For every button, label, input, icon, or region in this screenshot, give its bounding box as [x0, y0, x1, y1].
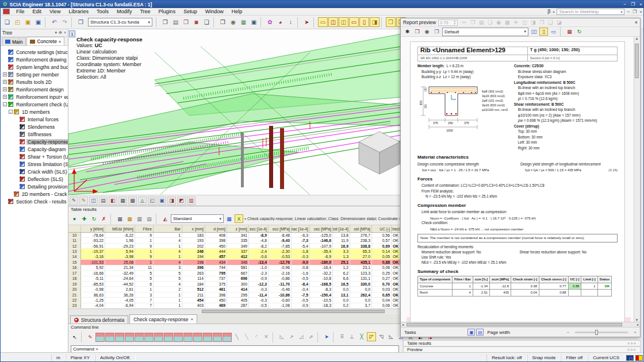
- status-plane-xy[interactable]: Plane XY: [66, 355, 95, 361]
- report-settings-icon[interactable]: ✱: [403, 28, 412, 36]
- tab-close-icon[interactable]: ×: [191, 317, 194, 322]
- table-columns-icon[interactable]: ▥: [135, 214, 144, 223]
- sidebar-item-deflection-sls[interactable]: Deflection (SLS): [1, 175, 68, 183]
- column-header-bar[interactable]: Bar: [154, 225, 182, 232]
- redo-icon[interactable]: ↷: [60, 17, 70, 27]
- tree-indent[interactable]: [14, 177, 18, 181]
- menu-plugins[interactable]: Plugins: [155, 9, 180, 14]
- save-icon[interactable]: ▣: [23, 17, 33, 27]
- outline-view-icon[interactable]: ▭: [549, 28, 558, 36]
- tree-indent[interactable]: [14, 155, 18, 159]
- language-flag-icon[interactable]: [635, 355, 643, 361]
- project-selector-combo[interactable]: Structura C1.3-cu funda ▾: [88, 18, 152, 26]
- menu-tree[interactable]: Tree: [136, 9, 154, 14]
- expand-more-icon[interactable]: >>>: [627, 341, 637, 346]
- tree-expand-icon[interactable]: -: [9, 110, 13, 114]
- snap-delete-icon[interactable]: ✕: [262, 332, 271, 341]
- tree-indent[interactable]: [14, 162, 18, 166]
- fit-page-icon[interactable]: ▣: [467, 329, 475, 336]
- report-hscrollbar[interactable]: ◂▸: [401, 322, 640, 327]
- two-pages-icon[interactable]: ▯▯: [530, 28, 538, 36]
- fit-width-icon[interactable]: ▤: [476, 329, 484, 336]
- tree-indent[interactable]: [14, 170, 18, 174]
- tree-expand-icon[interactable]: +: [3, 72, 7, 76]
- result-grid-icon-3[interactable]: [115, 333, 124, 342]
- table-row[interactable]: 12-56,91-29,2391202450349-8,2-7,85-5,4-1…: [68, 244, 401, 249]
- table-row[interactable]: 22-1,25-4,0571454450405-0,3-0,60-0,5-10,…: [68, 298, 401, 303]
- result-grid-icon-4[interactable]: [125, 333, 134, 342]
- tree-indent[interactable]: [14, 125, 18, 129]
- zoom-slider[interactable]: [575, 332, 628, 333]
- printer-icon[interactable]: ❒: [218, 17, 228, 27]
- webhelp-search-input[interactable]: Search in WebHelp ▾: [557, 9, 624, 15]
- status-activity-on-off[interactable]: Activity On/Off.: [95, 355, 136, 361]
- refresh-report-icon[interactable]: ↻: [575, 28, 584, 36]
- tree-indent[interactable]: [3, 57, 7, 61]
- grid-settings-icon[interactable]: ▥: [187, 197, 195, 205]
- sidebar-item-reinforcement-drawing-se[interactable]: Reinforcement drawing se: [1, 56, 68, 63]
- sidebar-item-detailing-provision[interactable]: Detailing provision: [1, 183, 68, 190]
- table-row[interactable]: 15-101,5325,0614198434346-13,4-12,76-9,0…: [68, 260, 401, 265]
- sidebar-item-capacity-response[interactable]: Capacity-response: [1, 138, 68, 145]
- table-fill-icon[interactable]: ▦: [125, 214, 134, 223]
- column-header-uc[interactable]: UC [-]: [372, 225, 392, 232]
- column-header-y-knm[interactable]: y [kNm]: [81, 225, 105, 232]
- result-grid-icon-10[interactable]: [183, 333, 193, 342]
- tree-expand-icon[interactable]: +: [3, 95, 7, 99]
- expand-more-icon[interactable]: >>>: [627, 347, 637, 352]
- column-header-occ-mpa[interactable]: occ [MPa]: [269, 225, 292, 232]
- results-display-icon[interactable]: ◧: [109, 197, 117, 205]
- table-row[interactable]: 14-3,16-3,9891194457412-0,6-0,53-0,3-6,9…: [68, 255, 401, 260]
- view-tab-structura-deformata[interactable]: Structura deformata: [70, 315, 128, 324]
- search-caret-icon[interactable]: ▾: [620, 10, 622, 14]
- sidebar-item-setting-per-member[interactable]: +Setting per member: [1, 71, 68, 78]
- screenshot-icon[interactable]: ◙: [191, 17, 201, 27]
- zoom-in-button[interactable]: +: [634, 330, 637, 335]
- table-row[interactable]: 165,9221,34113396744581-1,0-0,96-0,8-16,…: [68, 265, 401, 271]
- sidebar-item-reinforcement-design[interactable]: +Reinforcement design: [1, 86, 68, 93]
- close-button[interactable]: ×: [639, 2, 642, 7]
- new-table-icon[interactable]: ✚: [80, 214, 89, 223]
- refresh-results-icon[interactable]: ●: [70, 214, 79, 223]
- tree-indent[interactable]: [14, 140, 18, 144]
- tasks-label[interactable]: Tasks: [404, 330, 416, 335]
- sidebar-item-stiffnesses[interactable]: Stiffnesses: [1, 130, 68, 138]
- report-vscrollbar[interactable]: ▲▼: [634, 37, 639, 322]
- sidebar-item-capacity-diagram[interactable]: Capacity-diagram: [1, 145, 68, 153]
- beta-caret-icon[interactable]: ▾: [553, 10, 554, 14]
- column-header-eac-1e-4[interactable]: eac [1e-4]: [292, 225, 310, 232]
- snap-line-icon[interactable]: ╲: [232, 332, 241, 341]
- sidebar-item-slenderness[interactable]: Slenderness: [1, 123, 68, 130]
- undo-icon[interactable]: ↶: [49, 17, 59, 27]
- table-row[interactable]: 11-93,221,9614193398335-4,8-9,43-7,3-146…: [68, 238, 401, 243]
- book-icon[interactable]: ▤: [145, 214, 154, 223]
- edit-command-icon[interactable]: ✎: [86, 333, 95, 342]
- menu-setup[interactable]: Setup: [179, 9, 201, 14]
- image-icon[interactable]: ▣: [249, 17, 259, 27]
- rendering-icon[interactable]: ◬: [138, 197, 147, 205]
- cursor-snap-icon[interactable]: ➤: [322, 332, 331, 341]
- excel-export-icon[interactable]: X: [235, 214, 243, 223]
- result-grid-icon-7[interactable]: [154, 333, 163, 342]
- column-header-medz-knm[interactable]: MEdz [kNm]: [105, 225, 135, 232]
- tree-indent[interactable]: [14, 184, 18, 188]
- clipboard-icon[interactable]: ❐: [181, 17, 191, 27]
- window-layout-icon[interactable]: ❐: [76, 17, 86, 27]
- snap-curve-icon[interactable]: ⇗: [306, 332, 316, 341]
- sidebar-item-2d-members-crack-v[interactable]: 2D members - Crack v: [1, 190, 68, 198]
- export-report-icon[interactable]: ❐: [432, 28, 441, 36]
- results-grid-header[interactable]: y [kNm]MEdz [kNm]FibreBarx [mm]d [mm]z […: [68, 225, 401, 233]
- more-caret-icon[interactable]: ▾: [244, 217, 246, 221]
- search-icon[interactable]: ◉: [228, 17, 238, 27]
- cross-snap-icon[interactable]: ╳: [357, 332, 366, 341]
- snap-arc-icon[interactable]: ◜: [252, 332, 261, 341]
- snap-point-icon[interactable]: ◺: [277, 332, 286, 341]
- snap-polyline-icon[interactable]: ╲: [242, 332, 251, 341]
- menu-modify[interactable]: Modify: [113, 9, 136, 14]
- sidebar-item-results-tools-2d[interactable]: +Results tools 2D: [1, 78, 68, 86]
- clipping-box-icon[interactable]: ◩: [177, 197, 186, 205]
- table-row[interactable]: 13-19,375,9414246444337-2,4-2,30-1,8-35,…: [68, 249, 401, 254]
- page-setup-icon[interactable]: ❒: [413, 28, 421, 36]
- chart-icon[interactable]: ◭: [161, 214, 170, 223]
- column-header-ecc-1e-4[interactable]: ecc [1e-4]: [249, 225, 269, 232]
